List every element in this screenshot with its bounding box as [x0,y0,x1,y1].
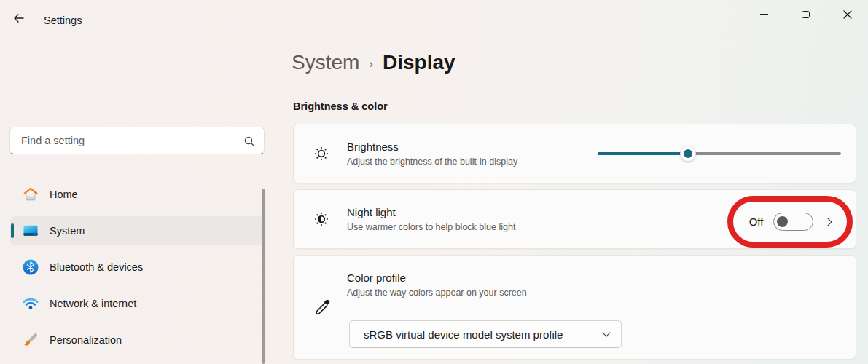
breadcrumb: System › Display [292,51,455,74]
red-highlight-annotation: Off [727,196,853,248]
brightness-title: Brightness [347,141,517,153]
sidebar-item-system[interactable]: System [10,216,263,245]
toggle-knob [777,216,788,227]
sidebar-item-personalization[interactable]: Personalization [10,325,263,355]
window-title: Settings [44,15,82,26]
section-heading: Brightness & color [293,100,388,112]
night-light-icon [312,210,331,229]
back-arrow-icon [13,12,25,24]
breadcrumb-parent[interactable]: System [292,51,359,74]
bluetooth-icon [22,258,39,276]
sidebar-item-label: Network & internet [50,298,136,309]
chevron-down-icon [602,328,610,336]
color-profile-icon [312,297,332,317]
color-profile-text: Color profile Adjust the way colors appe… [347,272,527,298]
maximize-button[interactable] [785,0,826,29]
close-button[interactable] [826,0,868,29]
color-profile-dropdown[interactable]: sRGB virtual device model system profile [349,320,622,348]
search-box [9,127,265,154]
color-profile-subtitle: Adjust the way colors appear on your scr… [347,288,527,298]
sidebar-item-label: Personalization [50,334,122,346]
back-button[interactable] [6,7,32,29]
color-profile-title: Color profile [347,272,527,284]
search-input[interactable] [10,127,264,154]
window-controls [743,0,868,29]
sidebar-item-network[interactable]: Network & internet [10,289,263,318]
night-light-title: Night light [347,206,515,218]
sidebar-scrollbar[interactable] [262,189,265,364]
night-light-text: Night light Use warmer colors to help bl… [347,206,515,232]
breadcrumb-separator-icon: › [369,54,373,71]
personalization-icon [22,331,39,349]
brightness-icon [312,144,331,163]
chevron-right-icon[interactable] [824,218,832,226]
brightness-text: Brightness Adjust the brightness of the … [347,141,517,167]
night-light-card[interactable]: Night light Use warmer colors to help bl… [293,189,856,249]
sidebar-nav: Home System Bluetooth & devices [10,180,263,362]
brightness-slider-thumb[interactable] [680,146,696,162]
close-icon [843,10,852,19]
sidebar-item-bluetooth[interactable]: Bluetooth & devices [10,253,263,282]
system-icon [22,222,39,240]
sidebar-item-home[interactable]: Home [10,180,263,209]
sidebar-item-label: System [50,225,85,237]
minimize-icon [760,14,768,15]
network-icon [22,295,39,312]
minimize-button[interactable] [743,0,785,29]
home-icon [22,186,39,203]
color-profile-card: Color profile Adjust the way colors appe… [293,255,856,360]
night-light-toggle-label: Off [749,215,764,228]
page-title: Display [383,51,455,74]
color-profile-dropdown-value: sRGB virtual device model system profile [364,328,603,341]
night-light-subtitle: Use warmer colors to help block blue lig… [347,222,515,232]
brightness-slider[interactable] [598,146,841,162]
brightness-subtitle: Adjust the brightness of the built-in di… [347,157,517,167]
maximize-icon [802,11,810,19]
search-icon [243,135,255,147]
sidebar-item-label: Home [50,189,78,200]
brightness-slider-fill [598,152,688,155]
brightness-card: Brightness Adjust the brightness of the … [293,124,856,183]
sidebar-item-label: Bluetooth & devices [50,261,143,273]
night-light-toggle[interactable] [773,213,813,231]
